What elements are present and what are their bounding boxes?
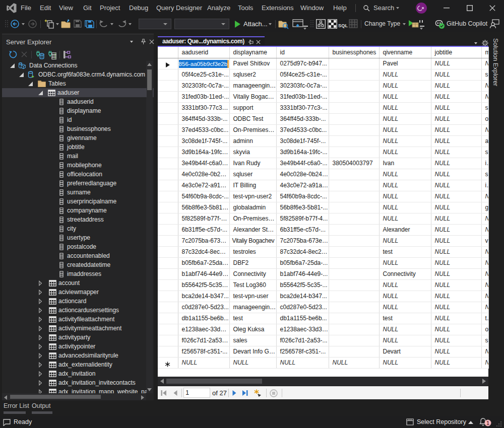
- svg-text:1: 1: [486, 420, 489, 426]
